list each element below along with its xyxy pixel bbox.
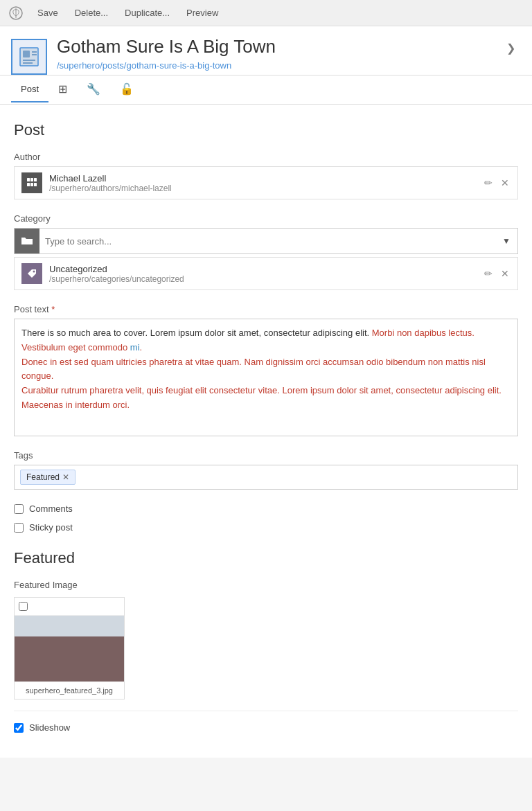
tags-field-group: Tags Featured ✕ bbox=[14, 450, 518, 490]
category-path: /superhero/categories/uncategorized bbox=[49, 274, 476, 284]
category-edit-button[interactable]: ✏ bbox=[483, 267, 494, 280]
main-content: Post Author Michael Lazell /superhero/au… bbox=[0, 105, 532, 758]
svg-rect-23 bbox=[25, 642, 32, 648]
author-row: Michael Lazell /superhero/authors/michae… bbox=[14, 166, 518, 199]
required-marker: * bbox=[49, 304, 55, 314]
sticky-checkbox[interactable] bbox=[14, 523, 24, 533]
svg-rect-8 bbox=[27, 178, 30, 181]
svg-rect-27 bbox=[66, 642, 73, 648]
svg-rect-34 bbox=[100, 640, 106, 644]
page-type-icon bbox=[11, 39, 47, 75]
svg-rect-37 bbox=[92, 648, 98, 652]
author-icon bbox=[21, 172, 42, 193]
svg-rect-9 bbox=[27, 183, 30, 186]
author-label: Author bbox=[14, 152, 518, 162]
tag-chip-label: Featured bbox=[26, 472, 60, 482]
svg-rect-3 bbox=[23, 51, 30, 57]
save-button[interactable]: Save bbox=[35, 6, 61, 19]
category-field-group: Category ▼ Uncategorized /superhero/cate… bbox=[14, 213, 518, 290]
collapse-button[interactable]: ❯ bbox=[501, 36, 521, 60]
image-card-top bbox=[15, 598, 124, 616]
svg-rect-16 bbox=[15, 616, 124, 643]
image-filename: superhero_featured_3.jpg bbox=[15, 681, 124, 699]
tab-post-label: Post bbox=[21, 84, 39, 94]
svg-rect-20 bbox=[46, 633, 53, 639]
tab-grid[interactable]: ⊞ bbox=[48, 75, 77, 104]
featured-section: Featured Featured Image bbox=[14, 549, 518, 733]
category-actions: ✏ ✕ bbox=[483, 267, 511, 280]
toolbar: Save Delete... Duplicate... Preview bbox=[0, 0, 532, 26]
delete-button[interactable]: Delete... bbox=[72, 6, 111, 19]
svg-rect-10 bbox=[30, 178, 33, 181]
svg-rect-35 bbox=[109, 640, 114, 644]
sticky-checkbox-row: Sticky post bbox=[14, 522, 518, 533]
svg-rect-38 bbox=[15, 677, 124, 681]
category-search-input[interactable] bbox=[39, 231, 495, 252]
tab-settings[interactable]: 🔧 bbox=[77, 75, 110, 104]
featured-image-label: Featured Image bbox=[14, 580, 518, 590]
svg-rect-21 bbox=[56, 633, 63, 639]
grid-icon: ⊞ bbox=[58, 82, 67, 96]
logo-icon bbox=[8, 6, 24, 21]
category-tag-icon bbox=[21, 263, 42, 284]
preview-button[interactable]: Preview bbox=[184, 6, 221, 19]
image-checkbox[interactable] bbox=[19, 602, 28, 611]
slideshow-label[interactable]: Slideshow bbox=[29, 722, 70, 733]
unlock-icon: 🔓 bbox=[120, 82, 134, 96]
svg-rect-25 bbox=[46, 642, 53, 648]
post-text-field-group: Post text * There is so much area to cov… bbox=[14, 304, 518, 436]
wrench-icon: 🔧 bbox=[87, 82, 100, 96]
svg-rect-19 bbox=[35, 633, 42, 639]
page-title: Gotham Sure Is A Big Town bbox=[57, 36, 276, 57]
featured-image-card: superhero_featured_3.jpg bbox=[14, 597, 125, 699]
svg-rect-15 bbox=[15, 616, 124, 681]
tags-container[interactable]: Featured ✕ bbox=[14, 465, 518, 490]
svg-rect-22 bbox=[66, 633, 73, 639]
category-label: Category bbox=[14, 213, 518, 224]
featured-image-preview bbox=[15, 616, 124, 681]
category-remove-button[interactable]: ✕ bbox=[499, 267, 511, 280]
author-remove-button[interactable]: ✕ bbox=[499, 176, 511, 190]
tag-remove-button[interactable]: ✕ bbox=[62, 473, 69, 481]
category-dropdown-button[interactable]: ▼ bbox=[495, 236, 517, 246]
svg-rect-24 bbox=[35, 642, 42, 648]
author-edit-button[interactable]: ✏ bbox=[483, 176, 494, 190]
svg-rect-29 bbox=[35, 651, 42, 657]
post-text-label: Post text * bbox=[14, 304, 518, 314]
duplicate-button[interactable]: Duplicate... bbox=[122, 6, 172, 19]
svg-rect-26 bbox=[56, 642, 63, 648]
featured-section-heading: Featured bbox=[14, 549, 518, 567]
svg-rect-11 bbox=[30, 183, 33, 186]
author-field-group: Author Michael Lazell /superhero/authors… bbox=[14, 152, 518, 199]
category-name: Uncategorized bbox=[49, 264, 476, 274]
svg-point-14 bbox=[33, 271, 35, 273]
category-row: Uncategorized /superhero/categories/unca… bbox=[14, 257, 518, 290]
comments-checkbox[interactable] bbox=[14, 504, 24, 514]
svg-rect-30 bbox=[46, 651, 53, 657]
slug-value: gotham-sure-is-a-big-town bbox=[126, 60, 231, 71]
svg-rect-31 bbox=[80, 636, 115, 681]
tab-post[interactable]: Post bbox=[11, 77, 48, 103]
svg-rect-12 bbox=[34, 178, 37, 181]
post-text-area[interactable]: There is so much area to cover. Lorem ip… bbox=[14, 319, 518, 436]
comments-label[interactable]: Comments bbox=[29, 503, 73, 514]
svg-rect-33 bbox=[92, 640, 98, 644]
category-folder-icon bbox=[15, 229, 39, 253]
author-actions: ✏ ✕ bbox=[483, 176, 511, 190]
sticky-label[interactable]: Sticky post bbox=[29, 522, 73, 533]
tab-lock[interactable]: 🔓 bbox=[110, 75, 143, 104]
svg-rect-32 bbox=[84, 640, 89, 644]
slideshow-checkbox-row: Slideshow bbox=[14, 722, 518, 733]
tags-label: Tags bbox=[14, 450, 518, 461]
svg-rect-13 bbox=[34, 183, 37, 186]
page-slug: /superhero/posts/gotham-sure-is-a-big-to… bbox=[57, 60, 276, 71]
tag-chip-featured: Featured ✕ bbox=[20, 470, 76, 485]
slug-prefix: /superhero/posts/ bbox=[57, 60, 126, 71]
author-path: /superhero/authors/michael-lazell bbox=[49, 184, 476, 193]
slideshow-checkbox[interactable] bbox=[14, 723, 24, 733]
svg-rect-28 bbox=[25, 651, 32, 657]
page-header: Gotham Sure Is A Big Town /superhero/pos… bbox=[0, 26, 532, 75]
post-section-heading: Post bbox=[14, 121, 518, 139]
category-text: Uncategorized /superhero/categories/unca… bbox=[49, 264, 476, 284]
svg-rect-18 bbox=[25, 633, 32, 639]
